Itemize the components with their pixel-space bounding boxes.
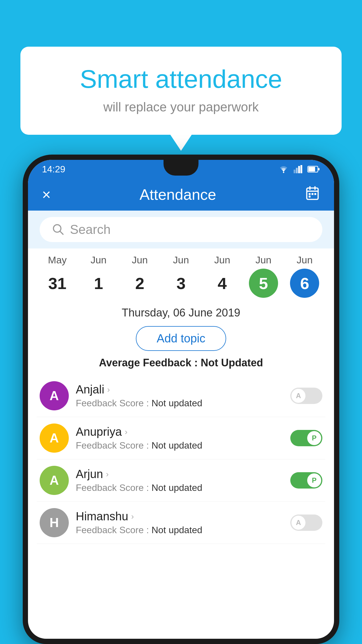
svg-line-17	[60, 231, 63, 234]
student-avatar: A	[40, 381, 69, 410]
attendance-toggle[interactable]: A	[290, 388, 322, 404]
calendar-day[interactable]: Jun2	[125, 254, 154, 298]
svg-rect-12	[309, 193, 311, 195]
search-input-placeholder[interactable]: Search	[70, 222, 110, 237]
cal-date-number: 4	[208, 269, 237, 298]
cal-month-label: Jun	[297, 254, 313, 266]
calendar-icon[interactable]	[305, 186, 320, 204]
calendar-day[interactable]: Jun3	[166, 254, 196, 298]
cal-month-label: Jun	[91, 254, 107, 266]
chevron-right-icon: ›	[107, 385, 110, 394]
selected-date: Thursday, 06 June 2019	[28, 301, 334, 323]
svg-rect-13	[312, 193, 314, 195]
student-feedback: Feedback Score : Not updated	[76, 440, 283, 451]
cal-month-label: Jun	[214, 254, 230, 266]
attendance-toggle[interactable]: A	[290, 514, 322, 531]
cal-month-label: Jun	[255, 254, 271, 266]
student-name: Anjali ›	[76, 383, 283, 396]
cal-month-label: Jun	[173, 254, 189, 266]
signal-icon	[293, 165, 303, 173]
student-info: Himanshu ›Feedback Score : Not updated	[76, 510, 283, 536]
calendar-day[interactable]: Jun6	[290, 254, 319, 298]
cal-date-number: 2	[125, 269, 154, 298]
svg-rect-14	[314, 193, 316, 195]
attendance-toggle[interactable]: P	[290, 430, 322, 446]
svg-rect-4	[301, 165, 302, 173]
student-avatar: A	[40, 424, 69, 453]
search-container: Search	[28, 211, 334, 249]
search-box[interactable]: Search	[40, 217, 322, 242]
student-item[interactable]: AArjun ›Feedback Score : Not updatedP	[37, 459, 325, 502]
cal-month-label: Jun	[132, 254, 148, 266]
svg-rect-2	[296, 168, 298, 173]
bubble-subtitle: will replace your paperwork	[44, 100, 318, 114]
cal-date-number: 31	[43, 269, 72, 298]
close-button[interactable]: ×	[42, 186, 51, 203]
cal-month-label: May	[48, 254, 67, 266]
chevron-right-icon: ›	[125, 427, 127, 437]
bubble-title: Smart attendance	[44, 64, 318, 94]
calendar-day[interactable]: May31	[43, 254, 72, 298]
app-header: × Attendance	[28, 178, 334, 211]
student-avatar: A	[40, 466, 69, 495]
svg-point-0	[283, 172, 284, 173]
calendar-day[interactable]: Jun5	[249, 254, 278, 298]
chevron-right-icon: ›	[131, 512, 134, 521]
speech-bubble-container: Smart attendance will replace your paper…	[20, 47, 342, 135]
student-item[interactable]: HHimanshu ›Feedback Score : Not updatedA	[37, 502, 325, 544]
add-topic-button[interactable]: Add topic	[136, 326, 226, 351]
calendar-day[interactable]: Jun4	[208, 254, 237, 298]
student-name: Anupriya ›	[76, 425, 283, 438]
student-feedback: Feedback Score : Not updated	[76, 398, 283, 409]
attendance-toggle[interactable]: P	[290, 472, 322, 489]
student-feedback: Feedback Score : Not updated	[76, 482, 283, 493]
student-info: Anupriya ›Feedback Score : Not updated	[76, 425, 283, 451]
student-list: AAnjali ›Feedback Score : Not updatedAAA…	[28, 375, 334, 544]
status-bar: 14:29	[28, 160, 334, 178]
add-topic-container: Add topic	[28, 323, 334, 357]
svg-rect-7	[318, 168, 319, 171]
wifi-icon	[278, 165, 289, 173]
svg-rect-6	[308, 167, 315, 172]
speech-bubble: Smart attendance will replace your paper…	[20, 47, 342, 135]
avg-feedback: Average Feedback : Not Updated	[28, 357, 334, 375]
student-name: Arjun ›	[76, 468, 283, 481]
calendar-day[interactable]: Jun1	[84, 254, 113, 298]
student-item[interactable]: AAnupriya ›Feedback Score : Not updatedP	[37, 417, 325, 459]
cal-date-number: 1	[84, 269, 113, 298]
phone-frame: 14:29	[23, 155, 339, 644]
cal-date-number: 5	[249, 269, 278, 298]
cal-date-number: 3	[166, 269, 196, 298]
calendar-strip: May31Jun1Jun2Jun3Jun4Jun5Jun6	[28, 249, 334, 301]
search-icon	[51, 223, 64, 237]
header-title: Attendance	[140, 186, 216, 203]
svg-rect-1	[294, 170, 295, 173]
status-time: 14:29	[42, 164, 65, 175]
status-icons	[278, 165, 320, 173]
phone-screen: 14:29	[28, 160, 334, 639]
chevron-right-icon: ›	[106, 470, 108, 479]
student-item[interactable]: AAnjali ›Feedback Score : Not updatedA	[37, 375, 325, 417]
notch	[164, 160, 198, 176]
cal-date-number: 6	[290, 269, 319, 298]
svg-rect-3	[298, 166, 300, 173]
student-info: Anjali ›Feedback Score : Not updated	[76, 383, 283, 409]
student-name: Himanshu ›	[76, 510, 283, 523]
student-info: Arjun ›Feedback Score : Not updated	[76, 468, 283, 493]
battery-icon	[307, 165, 320, 173]
svg-rect-15	[309, 196, 311, 198]
student-avatar: H	[40, 508, 69, 537]
student-feedback: Feedback Score : Not updated	[76, 525, 283, 536]
